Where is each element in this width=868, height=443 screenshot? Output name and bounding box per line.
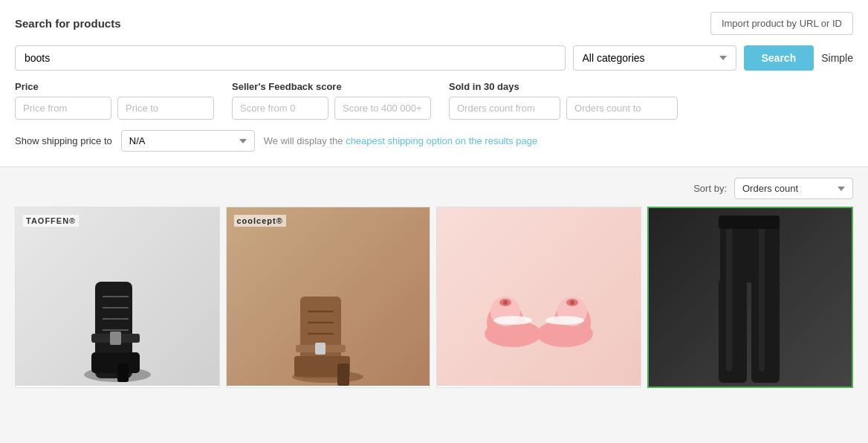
score-filter-group: Seller's Feedback score [232, 81, 431, 120]
shipping-row: Show shipping price to N/A United States… [15, 130, 853, 152]
price-filter-group: Price [15, 81, 214, 120]
brand-label: coolcept® [234, 215, 286, 227]
page-wrapper: Search for products Import product by UR… [0, 0, 868, 443]
svg-rect-7 [117, 363, 129, 382]
sort-label: Sort by: [693, 183, 727, 194]
svg-rect-32 [719, 279, 747, 383]
product-image [649, 208, 852, 387]
svg-rect-13 [337, 363, 349, 386]
price-label: Price [15, 81, 214, 92]
products-grid: TAOFFEN® [0, 207, 868, 388]
product-image: TAOFFEN® [16, 207, 219, 386]
product-image: coolcept® [227, 207, 430, 386]
search-input[interactable] [15, 45, 566, 71]
product-card[interactable]: TAOFFEN® [15, 207, 220, 388]
product-card[interactable]: coolcept® [226, 207, 431, 388]
svg-rect-18 [315, 343, 326, 355]
price-from-input[interactable] [15, 97, 111, 120]
search-panel: Search for products Import product by UR… [0, 0, 868, 167]
svg-rect-34 [726, 223, 732, 372]
svg-rect-36 [719, 216, 780, 229]
search-row: All categories Clothing Shoes Accessorie… [15, 45, 853, 71]
svg-rect-33 [751, 279, 780, 383]
product-image [437, 207, 641, 386]
shipping-select[interactable]: N/A United States United Kingdom Canada … [121, 130, 255, 152]
sort-bar: Sort by: Orders count Price Score [0, 167, 868, 207]
page-title: Search for products [15, 17, 121, 30]
score-from-input[interactable] [232, 97, 328, 120]
shipping-label: Show shipping price to [15, 135, 112, 146]
svg-rect-9 [110, 332, 121, 345]
simple-link[interactable]: Simple [821, 52, 853, 64]
sort-select[interactable]: Orders count Price Score [734, 178, 853, 199]
product-card[interactable] [436, 207, 641, 388]
price-inputs [15, 97, 214, 120]
svg-point-23 [503, 300, 508, 305]
sold-filter-group: Sold in 30 days [449, 81, 678, 120]
svg-point-30 [545, 316, 584, 325]
score-to-input[interactable] [334, 97, 431, 120]
svg-rect-35 [759, 223, 765, 372]
orders-from-input[interactable] [449, 97, 560, 120]
price-to-input[interactable] [117, 97, 214, 120]
svg-rect-2 [91, 352, 140, 373]
import-product-button[interactable]: Import product by URL or ID [710, 12, 853, 35]
search-panel-header: Search for products Import product by UR… [15, 12, 853, 35]
shipping-info-highlight: cheapest shipping option on the results … [346, 135, 537, 146]
svg-point-29 [493, 316, 532, 325]
svg-point-28 [570, 300, 574, 305]
orders-to-input[interactable] [566, 97, 678, 120]
score-label: Seller's Feedback score [232, 81, 431, 92]
search-button[interactable]: Search [744, 45, 814, 71]
category-select[interactable]: All categories Clothing Shoes Accessorie… [573, 45, 736, 71]
brand-label: TAOFFEN® [23, 215, 79, 227]
filters-row: Price Seller's Feedback score Sold in 30… [15, 81, 853, 120]
sold-label: Sold in 30 days [449, 81, 678, 92]
orders-inputs [449, 97, 678, 120]
score-inputs [232, 97, 431, 120]
shipping-info: We will display the cheapest shipping op… [264, 135, 537, 146]
product-card[interactable]: ✓ [647, 207, 854, 388]
